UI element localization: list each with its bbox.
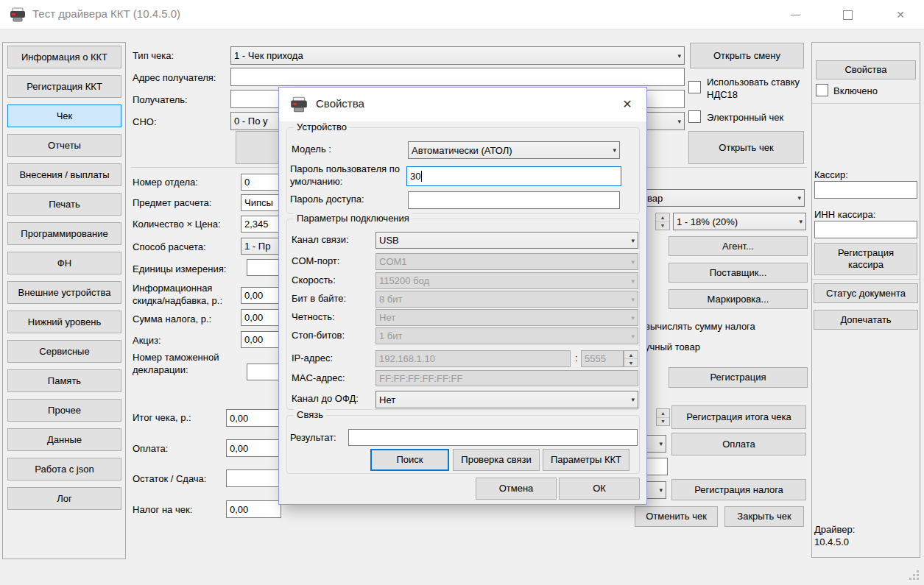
- ip-port-input: 5555: [581, 350, 624, 367]
- title-bar: Тест драйвера ККТ (10.4.5.0) ✕: [0, 0, 924, 29]
- dialog-close-button[interactable]: ✕: [614, 93, 641, 114]
- recipient-address-input[interactable]: [230, 68, 685, 86]
- resize-grip[interactable]: [909, 570, 919, 580]
- maximize-button[interactable]: [830, 0, 864, 29]
- divider: [812, 279, 920, 280]
- sidebar-item-receipt[interactable]: Чек: [7, 104, 121, 127]
- model-combo[interactable]: Автоматически (АТОЛ)▾: [408, 141, 620, 159]
- method-label: Способ расчета:: [133, 241, 206, 254]
- stop-bits-label: Стоп-битов:: [292, 330, 345, 342]
- quantity-stepper[interactable]: ▲ ▼: [655, 213, 670, 230]
- close-receipt-button[interactable]: Закрыть чек: [724, 506, 804, 527]
- access-password-label: Пароль доступа:: [290, 194, 364, 206]
- enabled-label: Включено: [833, 85, 878, 98]
- sidebar-item-low-level[interactable]: Нижний уровень: [7, 311, 121, 333]
- spin-down-icon[interactable]: ▼: [656, 221, 669, 230]
- sidebar-item-fn[interactable]: ФН: [7, 252, 121, 274]
- sidebar-item-kkt-info[interactable]: Информация о ККТ: [7, 46, 121, 68]
- register-total-button[interactable]: Регистрация итога чека: [671, 405, 806, 429]
- device-group-title: Устройство: [294, 121, 350, 132]
- chevron-down-icon: ▾: [628, 258, 635, 266]
- user-password-input[interactable]: 30: [406, 166, 621, 186]
- ofd-channel-label: Канал до ОФД:: [292, 393, 359, 405]
- sidebar-item-cash-in-out[interactable]: Внесения / выплаты: [7, 163, 121, 186]
- spin-down-icon[interactable]: ▼: [624, 358, 638, 366]
- total-stepper[interactable]: ▲ ▼: [656, 408, 670, 426]
- parity-combo: Нет▾: [375, 309, 638, 326]
- register-tax-button[interactable]: Регистрация налога: [671, 479, 806, 500]
- sidebar-item-reports[interactable]: Отчеты: [7, 134, 121, 157]
- search-button[interactable]: Поиск: [370, 449, 449, 471]
- sidebar-item-print[interactable]: Печать: [7, 193, 121, 216]
- close-icon: ✕: [896, 9, 905, 21]
- sidebar-item-service[interactable]: Сервисные: [7, 340, 121, 363]
- chevron-down-icon: ▾: [674, 52, 681, 60]
- document-status-button[interactable]: Статус документа: [814, 283, 918, 303]
- ip-port-stepper[interactable]: ▲ ▼: [624, 350, 638, 367]
- cancel-receipt-button[interactable]: Отменить чек: [635, 506, 718, 527]
- ok-button[interactable]: ОК: [559, 478, 640, 500]
- receipt-tax-input[interactable]: 0,00: [226, 500, 281, 518]
- agent-button[interactable]: Агент...: [669, 236, 808, 256]
- sidebar-item-kkt-registration[interactable]: Регистрация ККТ: [7, 75, 121, 98]
- payment-input[interactable]: 0,00: [226, 439, 281, 457]
- window-title: Тест драйвера ККТ (10.4.5.0): [32, 7, 180, 20]
- kkt-params-button[interactable]: Параметры ККТ: [543, 449, 629, 471]
- check-connection-button[interactable]: Проверка связи: [453, 449, 540, 471]
- byte-bits-label: Бит в байте:: [292, 293, 346, 305]
- chevron-down-icon: ▾: [794, 194, 801, 202]
- customs-label: Номер таможенной декларации:: [133, 352, 243, 377]
- cashier-inn-label: ИНН кассира:: [814, 209, 875, 221]
- marking-button[interactable]: Маркировка...: [669, 289, 808, 309]
- chevron-down-icon: ▾: [628, 277, 635, 285]
- sidebar-item-log[interactable]: Лог: [7, 487, 121, 510]
- electronic-receipt-checkbox[interactable]: [688, 110, 701, 123]
- result-input[interactable]: [348, 429, 638, 446]
- sidebar-item-external-devices[interactable]: Внешние устройства: [7, 281, 121, 304]
- cashier-inn-input[interactable]: [814, 221, 917, 238]
- minimize-button[interactable]: [778, 0, 812, 29]
- register-button[interactable]: Регистрация: [669, 367, 808, 388]
- sidebar-item-json[interactable]: Работа с json: [7, 458, 121, 481]
- close-button[interactable]: ✕: [884, 0, 917, 29]
- open-shift-button[interactable]: Открыть смену: [690, 43, 804, 68]
- cashier-input[interactable]: [814, 181, 917, 199]
- payment-button[interactable]: Оплата: [671, 433, 806, 455]
- printer-icon: [9, 7, 27, 24]
- sidebar-item-programming[interactable]: Программирование: [7, 222, 121, 245]
- device-group: Устройство Модель : Автоматически (АТОЛ)…: [286, 127, 640, 214]
- cancel-button[interactable]: Отмена: [476, 478, 557, 500]
- payment-label: Оплата:: [133, 443, 168, 455]
- reprint-button[interactable]: Допечатать: [814, 310, 918, 330]
- receipt-type-combo[interactable]: 1 - Чек прихода▾: [230, 46, 685, 65]
- receipt-tax-label: Налог на чек:: [133, 504, 192, 517]
- divider: [812, 103, 920, 104]
- cashier-label: Кассир:: [814, 169, 848, 182]
- spin-up-icon[interactable]: ▲: [624, 351, 638, 358]
- channel-combo[interactable]: USB▾: [375, 232, 638, 249]
- item-type-combo[interactable]: вар▾: [643, 189, 805, 207]
- sidebar-item-memory[interactable]: Память: [7, 369, 121, 392]
- chevron-down-icon: ▾: [628, 296, 635, 303]
- sidebar-item-other[interactable]: Прочее: [7, 399, 121, 422]
- printer-icon: [289, 96, 308, 115]
- spin-down-icon[interactable]: ▼: [657, 417, 669, 426]
- ip-address-label: IP-адрес:: [292, 352, 333, 365]
- spin-up-icon[interactable]: ▲: [657, 409, 669, 417]
- register-cashier-button[interactable]: Регистрация кассира: [814, 243, 917, 275]
- sidebar-item-data[interactable]: Данные: [7, 428, 121, 451]
- access-password-input[interactable]: [408, 191, 620, 209]
- tax-rate-combo[interactable]: 1 - 18% (20%)▾: [673, 213, 806, 230]
- units-label: Единицы измерения:: [133, 263, 226, 276]
- link-group-title: Связь: [294, 409, 326, 420]
- ofd-channel-combo[interactable]: Нет▾: [375, 391, 638, 408]
- baudrate-label: Скорость:: [292, 274, 336, 287]
- spin-up-icon[interactable]: ▲: [656, 213, 669, 221]
- change-input[interactable]: [226, 469, 281, 487]
- enabled-checkbox[interactable]: [816, 84, 828, 96]
- supplier-button[interactable]: Поставщик...: [669, 263, 808, 283]
- vat18-checkbox[interactable]: [688, 81, 701, 93]
- open-receipt-button[interactable]: Открыть чек: [688, 131, 804, 164]
- receipt-total-input[interactable]: 0,00: [226, 409, 281, 427]
- properties-button[interactable]: Свойства: [816, 60, 916, 79]
